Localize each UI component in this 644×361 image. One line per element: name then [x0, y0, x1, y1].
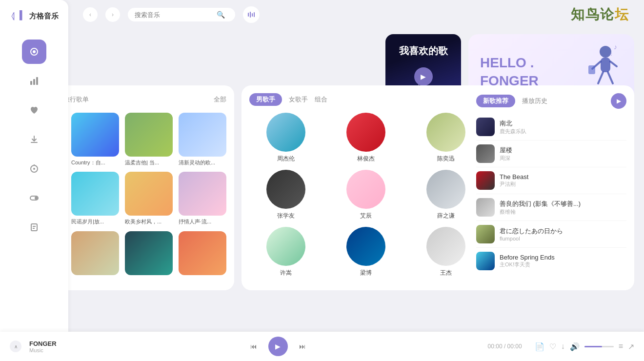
list-item[interactable]: 屋楼 周深 [476, 140, 626, 167]
equalizer-button[interactable] [243, 6, 260, 23]
play-pause-button[interactable]: ▶ [268, 337, 288, 356]
list-item[interactable] [179, 231, 226, 278]
list-item[interactable]: 梁博 [329, 227, 402, 277]
song-artist-6: 主OK!李天贵 [500, 261, 626, 268]
playlist-label-3: 温柔吉他| 当... [125, 159, 173, 166]
artist-name-4: 张学友 [277, 212, 295, 220]
list-item[interactable]: 林俊杰 [329, 113, 402, 163]
list-item[interactable]: 许嵩 [249, 227, 322, 277]
artist-avatar-7 [266, 227, 305, 266]
tab-group[interactable]: 组合 [315, 95, 327, 104]
playlist-cover-4 [179, 113, 226, 157]
list-item[interactable]: 君に恋したあの日から flumpool [476, 221, 626, 248]
song-info-6: Before Spring Ends 主OK!李天贵 [500, 254, 626, 268]
artist-avatar-3 [426, 113, 465, 152]
playlist-cover-7 [125, 172, 173, 216]
song-thumb-5 [476, 225, 495, 243]
list-item[interactable]: 民谣岁月|放... [71, 172, 119, 225]
lyrics-button[interactable]: 📄 [535, 342, 544, 351]
like-button[interactable]: ♡ [549, 342, 556, 351]
song-info-4: 善良的我们 (影集《不够善...) 蔡维翰 [500, 200, 626, 216]
artist-name-3: 陈奕迅 [437, 155, 455, 163]
song-play-all[interactable]: ▶ [611, 93, 626, 109]
play-all-button[interactable]: ▶ [611, 93, 626, 109]
playlist-cover-12 [179, 231, 226, 275]
song-info-1: 南北 鹿先森乐队 [500, 119, 626, 135]
song-info-2: 屋楼 周深 [500, 146, 626, 162]
next-button[interactable]: ⏭ [296, 340, 309, 353]
list-item[interactable]: 周杰伦 [249, 113, 322, 163]
list-item[interactable]: 温柔吉他| 当... [125, 113, 173, 166]
download-button[interactable]: ↓ [561, 342, 565, 351]
time-total: 00:00 [507, 343, 522, 350]
brand-text2: 论 [600, 7, 615, 22]
back-button[interactable]: ‹ [83, 7, 98, 22]
sidebar-item-home[interactable] [22, 40, 46, 64]
tab-new-songs[interactable]: 新歌推荐 [476, 95, 515, 107]
prev-button[interactable]: ⏮ [247, 340, 261, 353]
playlist-all[interactable]: 全部 [214, 95, 226, 104]
list-item[interactable]: Before Spring Ends 主OK!李天贵 [476, 248, 626, 274]
sidebar-item-download[interactable] [22, 127, 46, 152]
song-thumb-2 [476, 144, 495, 163]
list-item[interactable] [125, 231, 173, 278]
sidebar-item-chart[interactable] [22, 69, 46, 93]
svg-line-22 [608, 72, 613, 83]
artist-avatar-9 [426, 227, 465, 266]
share-button[interactable]: ↗ [628, 342, 634, 351]
song-thumb-3 [476, 171, 495, 190]
artists-section: 男歌手 女歌手 组合 全部 周杰伦 林俊杰 陈奕迅 张学友 艾辰 薛之谦 [242, 85, 490, 290]
song-name-2: 屋楼 [500, 146, 626, 155]
playlist-label-6: 民谣岁月|放... [71, 218, 119, 225]
list-item[interactable]: The Beast 尹法刚 [476, 167, 626, 194]
list-item[interactable]: 艾辰 [329, 170, 402, 220]
song-artist-2: 周深 [500, 155, 626, 162]
artist-name-8: 梁博 [360, 269, 372, 277]
list-item[interactable]: 张学友 [249, 170, 322, 220]
player-controls: ⏮ ▶ ⏭ [247, 337, 309, 356]
playlist-label-7: 欧美乡村风，... [125, 218, 173, 225]
playlist-label-4: 清新灵动的欧... [179, 159, 226, 166]
list-item[interactable]: 善良的我们 (影集《不够善...) 蔡维翰 [476, 194, 626, 221]
list-item[interactable]: Country：自... [71, 113, 119, 166]
tab-female[interactable]: 女歌手 [289, 95, 308, 104]
search-icon: 🔍 [217, 11, 225, 19]
svg-rect-23 [588, 65, 595, 74]
playlist-label-8: 抒情人声·流... [179, 218, 226, 225]
song-artist-1: 鹿先森乐队 [500, 128, 626, 135]
volume-button[interactable]: 🔊 [570, 342, 580, 351]
sidebar-item-discover[interactable] [22, 157, 46, 181]
list-item[interactable]: 抒情人声·流... [179, 172, 226, 225]
song-name-6: Before Spring Ends [500, 254, 626, 261]
tab-male[interactable]: 男歌手 [249, 93, 282, 106]
sidebar-item-notes[interactable] [22, 215, 46, 240]
list-item[interactable]: 清新灵动的欧... [179, 113, 226, 166]
svg-rect-13 [248, 13, 249, 17]
list-item[interactable] [71, 231, 119, 278]
song-artist-3: 尹法刚 [500, 180, 626, 188]
artist-avatar-6 [426, 170, 465, 209]
app-logo: ⦉❙ 方格音乐 [5, 10, 63, 22]
svg-rect-14 [250, 12, 251, 18]
list-item[interactable]: 南北 鹿先森乐队 [476, 114, 626, 140]
search-input[interactable] [135, 11, 213, 19]
hero-play-button[interactable]: ▶ [414, 67, 433, 86]
artist-name-9: 王杰 [440, 269, 452, 277]
forward-button[interactable]: › [105, 7, 120, 22]
logo-icon: ⦉❙ [10, 10, 26, 22]
song-thumb-6 [476, 252, 495, 270]
song-artist-4: 蔡维翰 [500, 208, 626, 216]
svg-rect-16 [254, 12, 255, 17]
player-expand-button[interactable]: ∧ [10, 341, 21, 352]
svg-point-6 [33, 168, 35, 170]
search-bar: 🔍 [128, 8, 235, 21]
tab-history[interactable]: 播放历史 [522, 97, 547, 105]
volume-bar[interactable] [584, 346, 614, 347]
artist-avatar-2 [346, 113, 385, 152]
hello-text: HELLO . FONGER [480, 54, 539, 90]
playlist-button[interactable]: ≡ [619, 342, 623, 351]
list-item[interactable]: 欧美乡村风，... [125, 172, 173, 225]
svg-rect-3 [33, 79, 35, 85]
sidebar-item-favorites[interactable] [22, 98, 46, 122]
sidebar-item-toggle[interactable] [22, 186, 46, 210]
